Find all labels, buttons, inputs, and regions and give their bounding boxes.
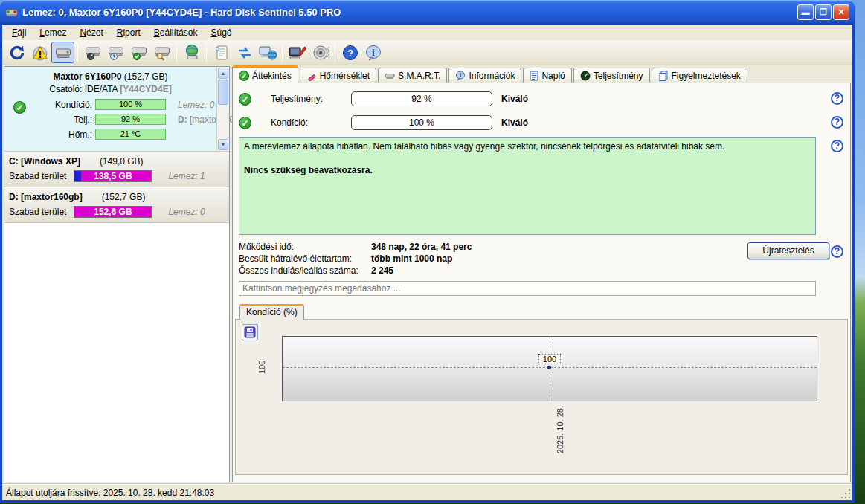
acoustic-button[interactable]: [309, 42, 332, 63]
health-message-text: A merevlemez állapota hibátlan. Nem talá…: [244, 140, 811, 152]
lifetime-label: Becsült hátralévő élettartam:: [239, 253, 371, 264]
svg-text:?: ?: [347, 48, 353, 59]
refresh-icon: [8, 44, 26, 62]
disk-status-ok-icon: ✓: [13, 101, 26, 114]
disk-details-button[interactable]: [51, 42, 74, 63]
chart-tab-condition[interactable]: Kondíció (%): [239, 304, 304, 320]
log-icon: [530, 71, 538, 81]
menu-bar: Fájl Lemez Nézet Riport Beállítások Súgó: [2, 25, 852, 40]
partition-size: (152,7 GB): [102, 192, 146, 202]
lifetime-value: több mint 1000 nap: [371, 253, 452, 264]
selected-disk-panel[interactable]: Maxtor 6Y160P0 (152,7 GB) Csatoló: IDE/A…: [4, 67, 229, 152]
remote-monitoring-button[interactable]: [256, 42, 279, 63]
menu-report[interactable]: Riport: [110, 26, 147, 39]
tab-temperature[interactable]: Hőmérséklet: [300, 68, 376, 83]
menu-file[interactable]: Fájl: [5, 26, 33, 39]
disk-name: Maxtor 6Y160P0: [53, 71, 121, 82]
sidebar-scrollbar[interactable]: ▲ ▼: [216, 67, 229, 151]
disk-health-button[interactable]: [127, 42, 150, 63]
help-button[interactable]: ?: [338, 42, 361, 63]
condition-chart-plot: 100: [282, 336, 817, 401]
report-button[interactable]: [210, 42, 233, 63]
partition-name: C: [Windows XP]: [9, 156, 80, 167]
warning-status-button[interactable]: [28, 42, 51, 63]
disk-size: (152,7 GB): [124, 71, 168, 82]
title-bar[interactable]: Lemez: 0, Maxtor 6Y160P0 [Y44CYD4E] - Ha…: [0, 0, 855, 25]
pages-icon: [658, 71, 669, 81]
refresh-button[interactable]: [5, 42, 28, 63]
scroll-down-icon[interactable]: ▼: [218, 139, 228, 150]
power-on-time-label: Működési idő:: [239, 242, 371, 252]
tab-performance[interactable]: Teljesítmény: [573, 68, 650, 83]
configuration-button[interactable]: [286, 42, 309, 63]
partition-d-item[interactable]: D: [maxtor160gb] (152,7 GB) Szabad terül…: [4, 188, 229, 223]
disk-performance-row: Telj.: 92 % D: [maxtor160gb]: [30, 113, 247, 126]
performance-help-icon[interactable]: ?: [831, 92, 843, 105]
window-frame: Fájl Lemez Nézet Riport Beállítások Súgó: [0, 25, 855, 503]
performance-ok-icon: ✓: [239, 93, 251, 106]
toolbar-separator: [335, 44, 335, 62]
disk-temperature-button[interactable]: [104, 42, 127, 63]
tab-alerts[interactable]: Figyelmeztetések: [652, 68, 747, 83]
tab-overview[interactable]: ✓ Áttekintés: [232, 65, 298, 83]
minimize-button[interactable]: ▬: [797, 4, 814, 20]
health-help-icon[interactable]: ?: [831, 116, 843, 129]
disk-detail-icon: [54, 44, 72, 62]
status-text: Állapot utoljára frissítve: 2025. 10. 28…: [6, 488, 214, 498]
comment-input[interactable]: [239, 281, 816, 296]
menu-settings[interactable]: Beállítások: [147, 26, 205, 39]
condition-chart-panel: 100 100 2025. 10. 28.: [235, 319, 848, 475]
scroll-up-icon[interactable]: ▲: [218, 68, 228, 79]
sync-button[interactable]: [233, 42, 256, 63]
menu-disk[interactable]: Lemez: [33, 26, 73, 39]
warning-icon: [31, 44, 49, 62]
scrollbar-thumb[interactable]: [218, 80, 228, 105]
free-space-bar: 152,6 GB: [74, 206, 152, 218]
partition-disk-number: Lemez: 1: [168, 171, 205, 181]
retest-help-icon[interactable]: ?: [831, 245, 843, 258]
remote-monitor-icon: [258, 44, 277, 62]
disk-surface-test-button[interactable]: [150, 42, 173, 63]
information-icon: i: [455, 71, 466, 81]
free-space-label: Szabad terület: [9, 171, 66, 181]
sync-icon: [236, 44, 254, 62]
toolbar-separator: [77, 44, 78, 62]
about-button[interactable]: i: [361, 42, 385, 63]
disk-performance-button[interactable]: [81, 42, 104, 63]
toolbar-separator: [206, 44, 207, 62]
health-advice-text: Nincs szükség beavatkozásra.: [244, 164, 811, 176]
retest-button[interactable]: Újratesztelés: [747, 242, 829, 259]
disk-list-sidebar: Maxtor 6Y160P0 (152,7 GB) Csatoló: IDE/A…: [4, 66, 230, 482]
disk-statistics: Működési idő:348 nap, 22 óra, 41 perc Be…: [239, 241, 472, 277]
message-help-icon[interactable]: ?: [831, 140, 843, 152]
disk-gauge-icon: [84, 44, 102, 62]
maximize-button[interactable]: ❒: [815, 4, 832, 20]
thermometer-icon: [306, 71, 317, 81]
partition-c-item[interactable]: C: [Windows XP] (149,0 GB) Szabad terüle…: [4, 152, 229, 187]
data-point-label: 100: [538, 354, 561, 364]
close-button[interactable]: ✕: [833, 4, 849, 20]
tab-strip: ✓ Áttekintés Hőmérséklet S.M.A.R.T. i In…: [232, 66, 851, 83]
main-panel: ✓ Áttekintés Hőmérséklet S.M.A.R.T. i In…: [232, 66, 851, 482]
resize-grip-icon[interactable]: [841, 489, 852, 500]
tab-information[interactable]: i Információk: [448, 68, 521, 83]
free-space-bar: 138,5 GB: [74, 170, 152, 182]
menu-help[interactable]: Súgó: [204, 26, 238, 39]
save-chart-button[interactable]: [242, 324, 258, 340]
settings-icon: [288, 44, 307, 62]
disk-search-icon: [153, 44, 171, 62]
health-bar: 100 %: [351, 115, 492, 130]
tab-log[interactable]: Napló: [523, 68, 571, 83]
toolbar-separator: [282, 44, 283, 62]
menu-view[interactable]: Nézet: [73, 26, 109, 39]
partition-disk-number: Lemez: 0: [168, 207, 205, 217]
network-disks-button[interactable]: [180, 42, 203, 63]
tab-smart[interactable]: S.M.A.R.T.: [378, 68, 447, 83]
app-icon: [5, 7, 19, 19]
free-space-label: Szabad terület: [9, 207, 66, 217]
help-icon: ?: [341, 44, 359, 62]
disk-clock-icon: [107, 44, 125, 62]
overview-check-icon: ✓: [239, 71, 249, 81]
report-icon: [213, 44, 231, 62]
status-bar: Állapot utoljára frissítve: 2025. 10. 28…: [2, 484, 852, 500]
